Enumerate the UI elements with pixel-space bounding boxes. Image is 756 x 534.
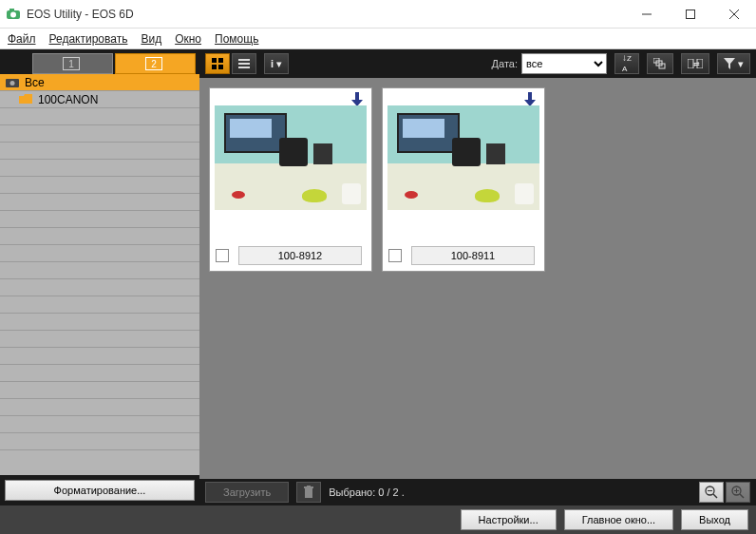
tree-row-folder[interactable]: 100CANON (0, 91, 199, 108)
folder-icon (19, 94, 32, 105)
main-panel: i ▾ Дата: все ↓ZA ⇄ ▾ (199, 49, 756, 505)
thumbnail-name: 100-8911 (411, 246, 535, 265)
date-label: Дата: (492, 58, 518, 69)
sort-button[interactable]: ↓ZA (614, 53, 639, 74)
list-icon (238, 58, 250, 69)
sidebar-tab-1[interactable]: 1 (32, 53, 113, 74)
main-window-button[interactable]: Главное окно... (564, 509, 673, 530)
thumbnail-card[interactable]: 100-8912 (209, 87, 372, 272)
format-button[interactable]: Форматирование... (5, 480, 195, 501)
thumbnail-name: 100-8912 (238, 246, 362, 265)
svg-rect-23 (304, 486, 313, 488)
svg-rect-15 (238, 67, 250, 68)
thumbnail-card[interactable]: 100-8911 (382, 87, 545, 272)
menu-file[interactable]: Файл (8, 32, 36, 46)
menu-window[interactable]: Окно (175, 32, 201, 46)
menu-help[interactable]: Помощь (215, 32, 258, 46)
svg-rect-13 (238, 59, 250, 61)
close-button[interactable] (712, 0, 756, 29)
view-grid-button[interactable] (205, 53, 230, 74)
settings-button[interactable]: Настройки... (461, 509, 557, 530)
svg-rect-2 (9, 9, 14, 11)
group-icon (653, 58, 667, 69)
minimize-button[interactable] (625, 0, 669, 29)
chevron-down-icon: ▾ (738, 58, 744, 70)
svg-rect-4 (687, 10, 695, 18)
chevron-down-icon: ▾ (276, 58, 282, 70)
sidebar: 1 2 Все 100CANON Форматирование... (0, 49, 199, 505)
grid-icon (212, 58, 223, 69)
folder-tree[interactable]: Все 100CANON (0, 74, 199, 475)
compare-icon: ⇄ (688, 59, 703, 68)
info-button[interactable]: i ▾ (264, 53, 289, 74)
menu-view[interactable]: Вид (141, 32, 161, 46)
camera-icon (6, 77, 19, 88)
menu-edit[interactable]: Редактировать (49, 32, 128, 46)
menubar: Файл Редактировать Вид Окно Помощь (0, 29, 756, 49)
group-button[interactable] (647, 53, 673, 74)
filter-icon (724, 58, 735, 69)
thumbnail-image (215, 105, 367, 210)
zoom-in-icon (731, 486, 745, 499)
compare-button[interactable]: ⇄ (681, 53, 709, 74)
filter-button[interactable]: ▾ (717, 53, 750, 74)
svg-rect-24 (307, 486, 311, 486)
main-statusbar: Загрузить Выбрано: 0 / 2 . (199, 479, 756, 505)
selection-status: Выбрано: 0 / 2 . (329, 486, 405, 498)
svg-line-29 (740, 494, 744, 498)
exit-button[interactable]: Выход (681, 509, 748, 530)
tab-1-label: 1 (63, 57, 80, 70)
tree-row-all[interactable]: Все (0, 74, 199, 91)
thumbnail-checkbox[interactable] (388, 249, 402, 262)
view-list-button[interactable] (232, 53, 256, 74)
svg-point-1 (10, 11, 16, 17)
svg-rect-11 (212, 65, 217, 69)
delete-button[interactable] (296, 482, 321, 503)
app-icon (6, 7, 21, 22)
tab-2-label: 2 (145, 57, 162, 70)
svg-rect-10 (218, 58, 223, 63)
main-toolbar: i ▾ Дата: все ↓ZA ⇄ ▾ (199, 49, 756, 78)
sidebar-tab-2[interactable]: 2 (115, 53, 196, 74)
trash-icon (303, 486, 314, 499)
svg-rect-12 (218, 65, 223, 69)
download-button[interactable]: Загрузить (205, 482, 289, 503)
thumbnail-area[interactable]: 100-8912 100-8911 (199, 78, 756, 479)
tree-row-empty (0, 108, 199, 125)
svg-text:⇄: ⇄ (693, 60, 700, 68)
svg-rect-22 (305, 488, 312, 498)
zoom-out-button[interactable] (699, 482, 724, 503)
tree-folder-label: 100CANON (38, 93, 98, 106)
bottom-bar: Настройки... Главное окно... Выход (0, 505, 756, 534)
svg-rect-9 (212, 58, 217, 63)
sort-icon: ↓ZA (622, 53, 632, 74)
zoom-out-icon (705, 486, 718, 499)
titlebar: EOS Utility - EOS 6D (0, 0, 756, 29)
window-title: EOS Utility - EOS 6D (27, 8, 134, 21)
tree-all-label: Все (25, 76, 45, 89)
thumbnail-image (387, 105, 539, 210)
maximize-button[interactable] (669, 0, 712, 29)
date-filter: Дата: все (492, 53, 607, 74)
svg-rect-14 (238, 63, 250, 65)
date-select[interactable]: все (521, 53, 607, 74)
zoom-in-button[interactable] (726, 482, 750, 503)
svg-line-26 (713, 494, 717, 498)
info-icon-label: i (271, 58, 274, 69)
svg-point-8 (10, 81, 15, 86)
thumbnail-checkbox[interactable] (216, 249, 229, 262)
